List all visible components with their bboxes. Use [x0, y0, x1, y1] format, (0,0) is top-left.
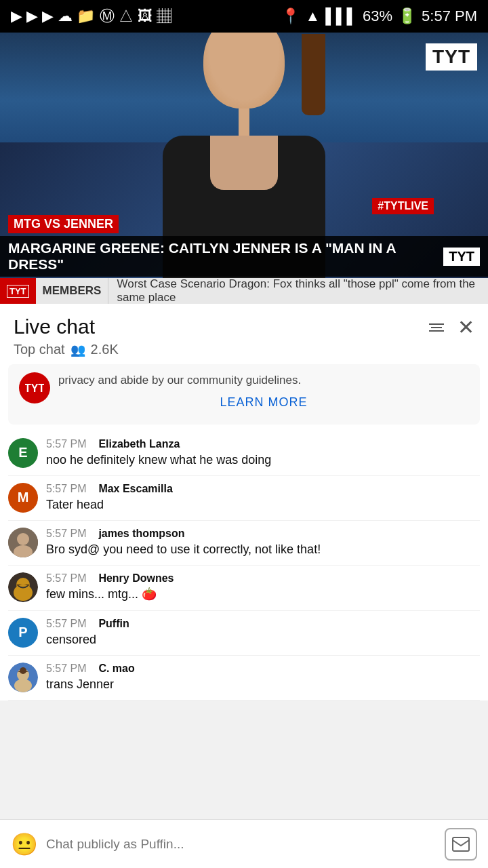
emoji-button[interactable]: 😐 — [11, 831, 38, 857]
msg-username-5: Puffin — [98, 618, 129, 629]
video-player[interactable]: TYT MTG VS JENNER #TYTLIVE MARGARINE GRE… — [0, 33, 488, 304]
chat-title: Live chat — [14, 315, 119, 339]
msg-text-3: Bro syd@ you need to use it correctly, n… — [46, 541, 480, 558]
msg-time-1: 5:57 PM — [46, 438, 87, 450]
avatar-elizabeth: E — [8, 438, 38, 468]
headline-text: MARGARINE GREENE: CAITLYN JENNER IS A "M… — [8, 240, 435, 273]
status-bar-right: 📍 ▲ ▌▌▌ 63% 🔋 5:57 PM — [281, 7, 477, 25]
chat-content-3: 5:57 PM james thompson Bro syd@ you need… — [46, 528, 480, 558]
msg-time-2: 5:57 PM — [46, 483, 87, 494]
chat-meta-5: 5:57 PM Puffin — [46, 618, 480, 630]
time-label: 5:57 PM — [422, 7, 477, 25]
top-chat-label[interactable]: Top chat — [14, 342, 65, 357]
chat-content-6: 5:57 PM C. mao trans Jenner — [46, 663, 480, 693]
avatar-max: M — [8, 483, 38, 513]
info-avatar: TYT — [19, 372, 50, 403]
avatar-puffin: P — [8, 618, 38, 648]
msg-username-2: Max Escamilla — [98, 483, 172, 494]
svg-rect-12 — [453, 837, 469, 851]
msg-username-3: james thompson — [98, 528, 184, 539]
chat-content-4: 5:57 PM Henry Downes few mins... mtg... … — [46, 572, 480, 603]
status-bar-left: ▶ ▶ ▶ ☁ 📁 Ⓜ △ 🖼 ▦ — [11, 6, 171, 26]
avatar-james — [8, 528, 38, 557]
msg-username-6: C. mao — [98, 663, 134, 674]
chat-header-icons: ✕ — [429, 315, 474, 338]
msg-time-3: 5:57 PM — [46, 528, 87, 539]
filter-icon[interactable] — [429, 323, 444, 332]
ticker-text: Worst Case Scenario Dragon: Fox thinks a… — [108, 277, 488, 304]
lower-third: MTG VS JENNER #TYTLIVE MARGARINE GREENE:… — [0, 215, 488, 277]
msg-text-5: censored — [46, 631, 480, 648]
chat-meta-6: 5:57 PM C. mao — [46, 663, 480, 675]
avatar-cmao — [8, 663, 38, 692]
battery-label: 63% — [363, 7, 392, 25]
chat-message-1: E 5:57 PM Elizabeth Lanza noo he definit… — [8, 431, 480, 476]
lower-headline: MARGARINE GREENE: CAITLYN JENNER IS A "M… — [0, 236, 488, 277]
chat-header: Live chat Top chat 👥 2.6K ✕ — [0, 304, 488, 357]
msg-text-1: noo he definitely knew what he was doing — [46, 452, 480, 469]
chat-meta-3: 5:57 PM james thompson — [46, 528, 480, 540]
chat-messages: E 5:57 PM Elizabeth Lanza noo he definit… — [0, 431, 488, 701]
chat-meta-2: 5:57 PM Max Escamilla — [46, 483, 480, 495]
send-button[interactable] — [445, 828, 477, 861]
chat-message-2: M 5:57 PM Max Escamilla Tater head — [8, 476, 480, 521]
info-banner-text: privacy and abide by our community guide… — [58, 372, 469, 389]
chat-message-3: 5:57 PM james thompson Bro syd@ you need… — [8, 521, 480, 566]
ticker-members-label: MEMBERS — [36, 278, 109, 304]
people-icon: 👥 — [70, 342, 85, 357]
chat-meta-1: 5:57 PM Elizabeth Lanza — [46, 438, 480, 450]
msg-text-4: few mins... mtg... 🍅 — [46, 586, 480, 603]
ticker-bar: TYT MEMBERS Worst Case Scenario Dragon: … — [0, 278, 488, 304]
wifi-icon: ▲ — [305, 7, 320, 25]
tyt-logo: TYT — [426, 43, 477, 71]
ticker-tyt-label: TYT — [0, 278, 36, 304]
location-icon: 📍 — [281, 7, 300, 25]
chat-message-5: P 5:57 PM Puffin censored — [8, 611, 480, 656]
chat-content-5: 5:57 PM Puffin censored — [46, 618, 480, 648]
svg-point-10 — [14, 679, 32, 692]
chat-input-bar: 😐 — [0, 819, 488, 868]
chat-header-left: Live chat Top chat 👥 2.6K — [14, 315, 119, 357]
headline-tyt: TYT — [443, 248, 480, 266]
chat-subtitle: Top chat 👥 2.6K — [14, 342, 119, 357]
info-banner: TYT privacy and abide by our community g… — [8, 364, 480, 425]
msg-text-2: Tater head — [46, 496, 480, 513]
hashtag-badge: #TYTLIVE — [372, 198, 434, 214]
chat-panel: Live chat Top chat 👥 2.6K ✕ TYT privacy … — [0, 304, 488, 701]
status-bar: ▶ ▶ ▶ ☁ 📁 Ⓜ △ 🖼 ▦ 📍 ▲ ▌▌▌ 63% 🔋 5:57 PM — [0, 0, 488, 33]
chat-input[interactable] — [46, 837, 436, 852]
breaking-tag: MTG VS JENNER — [8, 215, 119, 233]
chat-content-2: 5:57 PM Max Escamilla Tater head — [46, 483, 480, 513]
msg-text-6: trans Jenner — [46, 676, 480, 693]
viewer-count: 2.6K — [91, 342, 119, 357]
learn-more-button[interactable]: LEARN MORE — [58, 389, 469, 416]
msg-time-4: 5:57 PM — [46, 572, 87, 584]
signal-icon: ▌▌▌ — [325, 7, 357, 25]
msg-username-1: Elizabeth Lanza — [98, 438, 180, 450]
close-icon[interactable]: ✕ — [458, 317, 474, 338]
chat-meta-4: 5:57 PM Henry Downes — [46, 572, 480, 585]
ticker-box-icon: TYT — [7, 285, 29, 298]
chat-message-4: 5:57 PM Henry Downes few mins... mtg... … — [8, 566, 480, 610]
msg-time-5: 5:57 PM — [46, 618, 87, 629]
svg-point-3 — [17, 533, 29, 545]
chat-content-1: 5:57 PM Elizabeth Lanza noo he definitel… — [46, 438, 480, 469]
chat-message-6: 5:57 PM C. mao trans Jenner — [8, 656, 480, 701]
avatar-henry — [8, 572, 38, 602]
msg-time-6: 5:57 PM — [46, 663, 87, 674]
app-icons: ▶ ▶ ▶ ☁ 📁 Ⓜ △ 🖼 ▦ — [11, 6, 171, 26]
battery-icon: 🔋 — [398, 7, 416, 25]
svg-text:TYT: TYT — [25, 382, 44, 394]
msg-username-4: Henry Downes — [98, 572, 174, 584]
